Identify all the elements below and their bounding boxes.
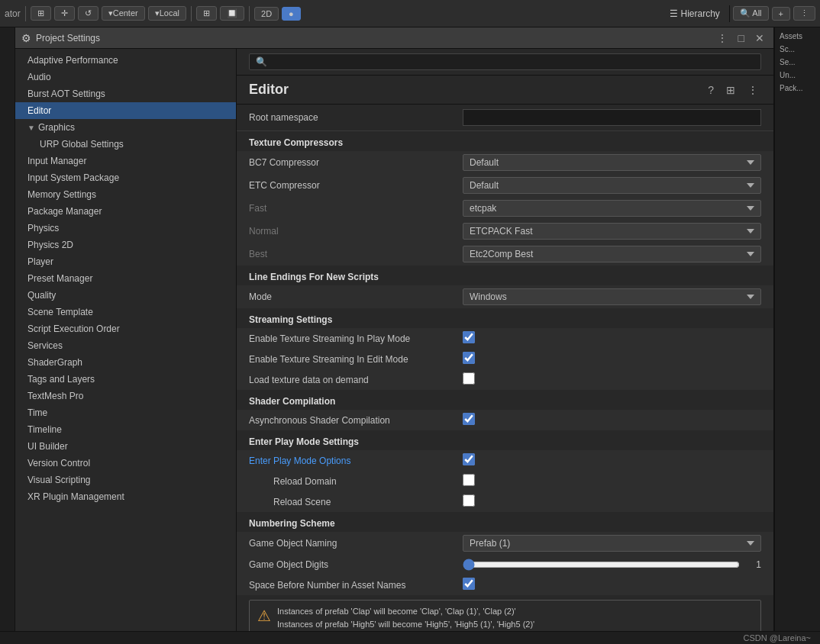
checkbox-enter-play-mode-options[interactable]: [463, 453, 475, 465]
tool-center[interactable]: ▾Center: [102, 6, 145, 21]
window-titlebar: ⚙ Project Settings ⋮ □ ✕: [15, 27, 773, 49]
status-text: CSDN @Lareina~: [743, 633, 811, 642]
setting-row-mode: ModeWindowsUnixMac OS 9OS Native: [237, 285, 773, 308]
checkbox-enable-texture-streaming-in-play-mode[interactable]: [463, 331, 475, 343]
tool-play[interactable]: ●: [282, 7, 301, 21]
right-panel-item-sc...[interactable]: Sc...: [778, 43, 817, 55]
sidebar-item-input-manager[interactable]: Input Manager: [15, 153, 236, 169]
setting-label[interactable]: Enter Play Mode Options: [249, 456, 463, 466]
add-btn[interactable]: +: [772, 7, 790, 21]
setting-row-space-before-number-in-asset-names: Space Before Number in Asset Names: [237, 575, 773, 595]
sidebar-item-memory-settings[interactable]: Memory Settings: [15, 186, 236, 203]
sidebar-item-script-execution[interactable]: Script Execution Order: [15, 320, 236, 337]
tool-rotate[interactable]: ✛: [54, 6, 75, 21]
checkbox-load-texture-data-on-demand[interactable]: [463, 372, 475, 385]
setting-value: [463, 413, 761, 427]
warning-icon: ⚠: [257, 607, 271, 625]
sidebar-item-adaptive-performance[interactable]: Adaptive Performance: [15, 52, 236, 69]
sidebar-item-xr-plugin[interactable]: XR Plugin Management: [15, 488, 236, 505]
window-minimize[interactable]: ⋮: [714, 31, 731, 46]
right-panel-item-un...[interactable]: Un...: [778, 69, 817, 81]
setting-row-game-object-digits: Game Object Digits1: [237, 555, 773, 575]
sidebar-item-urp-global[interactable]: URP Global Settings: [15, 136, 236, 153]
help-icon[interactable]: ?: [705, 82, 717, 98]
ps-body: Adaptive PerformanceAudioBurst AOT Setti…: [15, 49, 773, 631]
sidebar-item-tags-layers[interactable]: Tags and Layers: [15, 371, 236, 388]
sidebar-item-version-control[interactable]: Version Control: [15, 455, 236, 472]
tool-scale[interactable]: ↺: [78, 6, 98, 21]
ps-content: Editor ? ⊞ ⋮ Root namespace Texture Comp…: [237, 49, 773, 631]
setting-value: WindowsUnixMac OS 9OS Native: [463, 288, 761, 305]
window-maximize[interactable]: □: [735, 31, 747, 46]
section-header-texture-compressors: Texture Compressors: [237, 131, 773, 151]
sidebar-item-ui-builder[interactable]: UI Builder: [15, 438, 236, 455]
left-panel: [0, 27, 15, 631]
setting-label: ETC Compressor: [249, 180, 463, 191]
section-header-streaming-settings: Streaming Settings: [237, 308, 773, 328]
window-title: Project Settings: [36, 33, 100, 43]
layout-icon[interactable]: ⊞: [723, 82, 738, 98]
tool-2d[interactable]: 2D: [254, 7, 279, 21]
checkbox-enable-texture-streaming-in-edit-mode[interactable]: [463, 352, 475, 364]
section-header-numbering-scheme: Numbering Scheme: [237, 512, 773, 532]
sidebar-item-quality[interactable]: Quality: [15, 287, 236, 304]
hierarchy-tab[interactable]: ☰ Hierarchy: [660, 5, 730, 22]
search-all[interactable]: 🔍 All: [733, 6, 769, 21]
setting-row-enter-play-mode-options: Enter Play Mode Options: [237, 450, 773, 471]
sidebar-item-time[interactable]: Time: [15, 404, 236, 421]
sidebar-item-visual-scripting[interactable]: Visual Scripting: [15, 472, 236, 488]
setting-row-etc-compressor: ETC CompressorDefaultNoneetcpakISPC: [237, 174, 773, 197]
right-panel-item-se...[interactable]: Se...: [778, 56, 817, 68]
setting-label: Reload Scene: [249, 497, 463, 507]
sidebar-item-preset-manager[interactable]: Preset Manager: [15, 270, 236, 287]
checkbox-asynchronous-shader-compilation[interactable]: [463, 413, 475, 425]
right-panel-item-assets[interactable]: Assets: [778, 31, 817, 42]
root-namespace-input[interactable]: [463, 109, 761, 126]
setting-value: [463, 578, 761, 592]
sidebar-item-textmesh-pro[interactable]: TextMesh Pro: [15, 388, 236, 404]
sidebar-item-physics-2d[interactable]: Physics 2D: [15, 237, 236, 253]
tool-rect[interactable]: 🔲: [220, 6, 244, 21]
sidebar-item-scene-template[interactable]: Scene Template: [15, 304, 236, 320]
dropdown-mode[interactable]: WindowsUnixMac OS 9OS Native: [463, 288, 761, 305]
window-close[interactable]: ✕: [752, 31, 767, 46]
more-btn[interactable]: ⋮: [793, 6, 815, 21]
setting-label: Enable Texture Streaming In Play Mode: [249, 333, 463, 344]
dropdown-game-object-naming[interactable]: Prefab (1)NumberedSpaceParentheses: [463, 535, 761, 552]
sidebar-item-editor[interactable]: Editor: [15, 102, 236, 119]
dropdown-best[interactable]: Etc2Comp BestNoneetcpak: [463, 246, 761, 262]
tool-move[interactable]: ⊞: [31, 6, 51, 21]
more-options-icon[interactable]: ⋮: [744, 82, 761, 98]
sidebar-item-timeline[interactable]: Timeline: [15, 421, 236, 438]
dropdown-fast[interactable]: etcpakNoneISPC: [463, 200, 761, 217]
setting-value: [463, 331, 761, 346]
sidebar-item-package-manager[interactable]: Package Manager: [15, 203, 236, 220]
setting-label: Fast: [249, 203, 463, 214]
sidebar-item-audio[interactable]: Audio: [15, 69, 236, 85]
expand-arrow: ▼: [27, 124, 35, 132]
dropdown-bc7-compressor[interactable]: DefaultNoneBC7EISPC: [463, 154, 761, 171]
section-header-enter-play-mode: Enter Play Mode Settings: [237, 430, 773, 450]
tool-local[interactable]: ▾Local: [148, 6, 186, 21]
sidebar-item-services[interactable]: Services: [15, 337, 236, 354]
checkbox-reload-domain[interactable]: [463, 474, 475, 486]
sidebar-item-input-system[interactable]: Input System Package: [15, 169, 236, 186]
setting-value: etcpakNoneISPC: [463, 200, 761, 217]
toolbar-sep-1: [25, 6, 26, 21]
dropdown-normal[interactable]: ETCPACK FastNoneetcpak: [463, 223, 761, 240]
sidebar-item-physics[interactable]: Physics: [15, 220, 236, 237]
search-input[interactable]: [249, 53, 761, 70]
tool-grid[interactable]: ⊞: [196, 6, 217, 21]
checkbox-reload-scene[interactable]: [463, 494, 475, 507]
sidebar-item-graphics[interactable]: ▼ Graphics: [15, 119, 236, 136]
sidebar-item-shadergraph[interactable]: ShaderGraph: [15, 354, 236, 371]
sidebar-item-burst-aot[interactable]: Burst AOT Settings: [15, 85, 236, 102]
dropdown-etc-compressor[interactable]: DefaultNoneetcpakISPC: [463, 177, 761, 194]
toolbar-sep-3: [249, 6, 250, 21]
checkbox-space-before-number-in-asset-names[interactable]: [463, 578, 475, 590]
right-panel-item-pack...[interactable]: Pack...: [778, 82, 817, 94]
sidebar-item-player[interactable]: Player: [15, 253, 236, 270]
setting-value: [463, 494, 761, 509]
setting-row-bc7-compressor: BC7 CompressorDefaultNoneBC7EISPC: [237, 151, 773, 174]
slider-game-object-digits[interactable]: [463, 559, 740, 571]
